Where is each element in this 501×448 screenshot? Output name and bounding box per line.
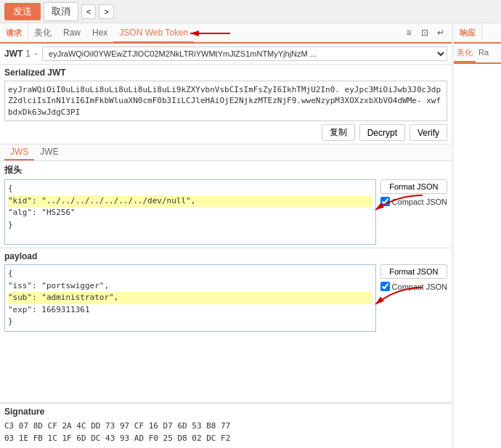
payload-format-btn[interactable]: Format JSON [380,264,447,279]
tab-jwt[interactable]: JSON Web Token [113,24,194,43]
header-buttons: Format JSON Compact JSON [380,179,447,206]
tab-response-raw[interactable]: Ra [476,44,492,62]
tab-jws[interactable]: JWS [4,144,34,160]
tab-hex[interactable]: Hex [86,24,113,43]
jws-tabs: JWS JWE [0,144,452,161]
toolbar: 发送 取消 < > [0,0,501,23]
header-title: 报头 [4,164,447,176]
decrypt-button[interactable]: Decrypt [359,124,405,141]
nav-forward-button[interactable]: > [99,4,113,19]
copy-button[interactable]: 复制 [322,124,355,141]
content-area: 请求 美化 Raw Hex JSON Web Token [0,23,501,448]
copy-icon[interactable]: ⊡ [418,26,431,39]
serialized-content[interactable]: eyJraWQiOiI0uLi8uLi8uLi8uLi8uLi8uLi9kZXY… [4,81,447,121]
payload-compact-checkbox[interactable] [380,282,390,291]
app-container: 发送 取消 < > 请求 美化 Raw Hex JSON Web Token [0,0,501,448]
header-compact-label[interactable]: Compact JSON [380,197,447,206]
right-panel-tabs: 美化 Ra [454,44,501,64]
header-format-btn[interactable]: Format JSON [380,179,447,194]
nav-back-button[interactable]: < [81,4,96,19]
right-panel: 响应 美化 Ra [454,23,501,448]
verify-button[interactable]: Verify [410,124,447,141]
signature-content: C3 07 8D CF 2A 4C DD 73 97 CF 16 D7 6D 5… [4,420,447,445]
jwt-row: JWT 1 - eyJraWQiOiI0YWEwZTJlOC02M2NkLTRi… [0,44,452,65]
left-panel: 请求 美化 Raw Hex JSON Web Token [0,23,454,448]
tab-beautify[interactable]: 美化 [28,24,57,43]
cancel-button[interactable]: 取消 [44,2,78,21]
tab-raw[interactable]: Raw [57,24,86,43]
header-editor[interactable]: { "kid": "../../../../../../../dev/null"… [4,179,376,245]
payload-buttons: Format JSON Compact JSON [380,264,447,291]
serialized-actions: 复制 Decrypt Verify [4,124,447,141]
serialized-jwt-section: Serialized JWT eyJraWQiOiI0uLi8uLi8uLi8u… [0,65,452,144]
signature-title: Signature [4,407,447,417]
response-label: 响应 [454,23,482,42]
left-panel-header: 请求 美化 Raw Hex JSON Web Token [0,23,452,44]
serialized-title: Serialized JWT [4,68,447,78]
header-compact-checkbox[interactable] [380,197,390,206]
payload-title: payload [4,251,447,261]
left-panel-icons: ≡ ⊡ ↵ [402,26,452,39]
tab-response-beautify[interactable]: 美化 [454,44,476,62]
header-content-row: { "kid": "../../../../../../../dev/null"… [4,179,447,245]
jwt-label: JWT [4,49,23,59]
wrap-icon[interactable]: ↵ [434,26,447,39]
jwt-select[interactable]: eyJraWQiOiI0YWEwZTJlOC02M2NkLTRiYWMtYmJl… [42,46,447,61]
list-icon[interactable]: ≡ [402,26,415,39]
jwt-number: 1 [25,49,30,59]
right-panel-header: 响应 [454,23,501,44]
header-section: 报头 { "kid": "../../../../../../../dev/nu… [0,161,452,248]
request-label: 请求 [0,23,28,42]
payload-section: payload { "iss": "portswigger", "sub": "… [0,248,452,403]
payload-content-row: { "iss": "portswigger", "sub": "administ… [4,264,447,332]
signature-section: Signature C3 07 8D CF 2A 4C DD 73 97 CF … [0,403,452,448]
tab-jwe[interactable]: JWE [34,144,64,160]
send-button[interactable]: 发送 [4,3,41,20]
payload-compact-label[interactable]: Compact JSON [380,282,447,291]
payload-editor[interactable]: { "iss": "portswigger", "sub": "administ… [4,264,376,332]
